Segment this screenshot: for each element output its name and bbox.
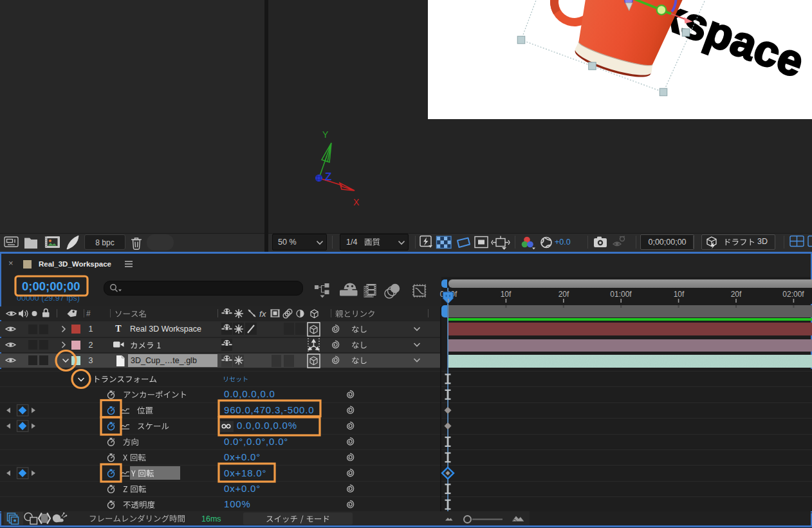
svg-text:X: X <box>353 197 360 207</box>
svg-text:Z: Z <box>325 171 331 183</box>
svg-text:Y: Y <box>322 129 329 140</box>
